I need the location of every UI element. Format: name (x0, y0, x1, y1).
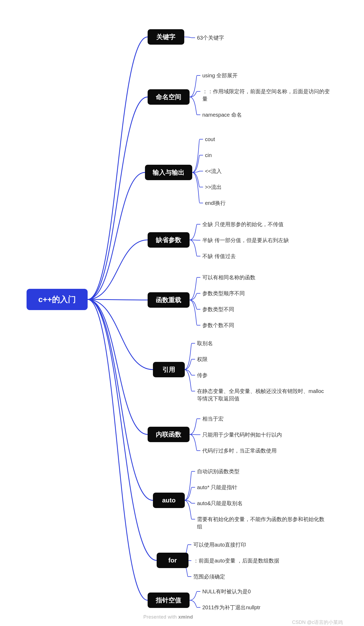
branch-node-b2: 输入与输出 (145, 165, 192, 180)
watermark: CSDN @c语言的小菜鸡 (292, 619, 343, 625)
leaf-text: using 全部展开 (202, 72, 238, 79)
branch-label: 命名空间 (156, 93, 181, 101)
leaf-text: endl换行 (205, 199, 226, 207)
branch-node-b7: auto (153, 493, 185, 508)
leaf-text: 参数类型顺序不同 (202, 290, 245, 297)
branch-node-b4: 函数重载 (148, 292, 190, 308)
leaf-text: 不缺 传值过去 (202, 252, 236, 260)
leaf-text: auto&只能是取别名 (197, 500, 243, 507)
leaf-text: 可以使用auto直接打印 (193, 541, 246, 548)
branch-node-b8: for (157, 553, 189, 568)
leaf-text: 范围必须确定 (193, 573, 225, 580)
branch-label: 内联函数 (156, 431, 181, 438)
branch-node-b3: 缺省参数 (148, 232, 190, 248)
root-node: c++的入门 (27, 289, 88, 310)
leaf-text: 相当于宏 (202, 415, 224, 422)
leaf-text: 在静态变量、全局变量、栈帧还没没有销毁时、malloc等情况下取返回值 (197, 387, 327, 402)
leaf-text: NULL有时被认为是0 (202, 588, 251, 595)
leaf-text: 可以有相同名称的函数 (202, 274, 255, 281)
leaf-text: 63个关键字 (197, 34, 224, 41)
leaf-text: 需要有初始化的变量，不能作为函数的形参和初始化数组 (197, 515, 327, 530)
leaf-text: ：前面是auto变量 ，后面是数组数据 (193, 557, 279, 564)
branch-label: 函数重载 (156, 296, 181, 304)
branch-label: auto (162, 497, 176, 504)
leaf-text: 取别名 (197, 340, 213, 347)
footer-brand: xmind (178, 614, 193, 620)
leaf-text: 权限 (197, 356, 208, 363)
branch-label: 输入与输出 (153, 169, 185, 176)
leaf-text: 代码行过多时，当正常函数使用 (202, 447, 277, 454)
branch-node-b0: 关键字 (148, 29, 184, 45)
branch-node-b1: 命名空间 (148, 89, 190, 105)
branch-node-b6: 内联函数 (148, 427, 190, 442)
leaf-text: cout (205, 136, 215, 143)
leaf-text: cin (205, 151, 212, 159)
root-label: c++的入门 (38, 295, 76, 304)
branch-label: 指针空值 (156, 597, 181, 604)
leaf-text: auto* 只能是指针 (197, 484, 237, 491)
branch-label: 缺省参数 (156, 236, 181, 244)
leaf-text: 传参 (197, 371, 208, 379)
leaf-text: 2011作为补丁退出nullptr (202, 604, 260, 611)
branch-node-b5: 引用 (153, 362, 185, 377)
leaf-text: 参数类型不同 (202, 306, 234, 313)
leaf-text: <<流入 (205, 167, 222, 175)
leaf-text: ：：作用域限定符，前面是空间名称，后面是访问的变量 (202, 88, 332, 103)
leaf-text: 半缺 传一部分值，但是要从右到左缺 (202, 236, 289, 244)
branch-label: for (168, 557, 177, 564)
leaf-text: 全缺 只使用形参的初始化，不传值 (202, 221, 284, 228)
leaf-text: >>流出 (205, 183, 222, 191)
leaf-text: namespace 命名 (202, 111, 242, 119)
footer-prefix: Presented with (143, 614, 178, 620)
footer: Presented with xmind (143, 614, 193, 620)
branch-label: 引用 (162, 366, 175, 374)
leaf-text: 参数个数不同 (202, 322, 234, 329)
branch-node-b9: 指针空值 (148, 593, 190, 608)
branch-label: 关键字 (156, 33, 175, 41)
leaf-text: 自动识别函数类型 (197, 468, 239, 475)
leaf-text: 只能用于少量代码时例如十行以内 (202, 431, 282, 438)
